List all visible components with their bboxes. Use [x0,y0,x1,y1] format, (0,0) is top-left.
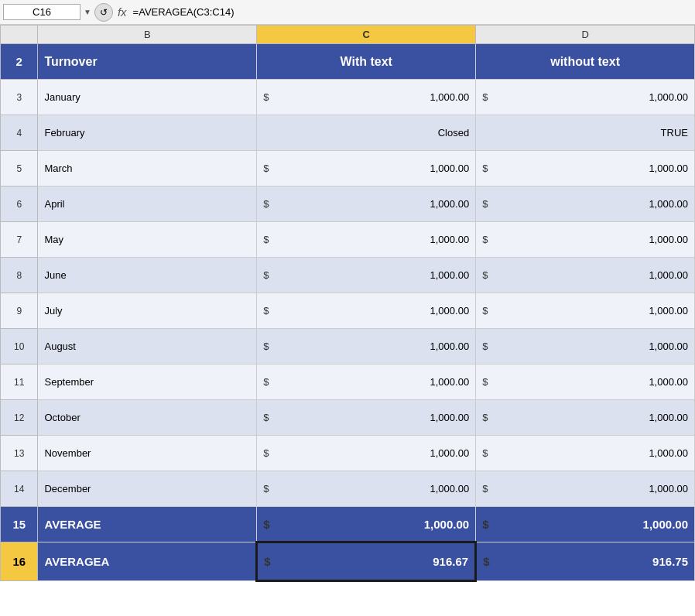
cell-d5[interactable]: $1,000.00 [476,151,695,187]
row-num-15: 15 [1,507,38,542]
cell-c12[interactable]: $1,000.00 [257,400,476,436]
cell-c8[interactable]: $1,000.00 [257,258,476,293]
table-row: 7 May $1,000.00 $1,000.00 [1,222,695,258]
cell-b5[interactable]: March [38,151,257,187]
table-row: 3 January $ 1,000.00 $ 1,000.00 [1,80,695,115]
row-num-12: 12 [1,400,38,436]
cell-b6[interactable]: April [38,187,257,222]
table-row: 8 June $1,000.00 $1,000.00 [1,258,695,293]
col-c-header[interactable]: C [257,26,476,44]
row-num-14: 14 [1,471,38,507]
cell-b13[interactable]: November [38,436,257,471]
cell-d14[interactable]: $1,000.00 [476,471,695,507]
cell-c9[interactable]: $1,000.00 [257,293,476,329]
fx-label: fx [118,5,127,19]
column-header-row: B C D [1,26,695,44]
table-row: 10 August $1,000.00 $1,000.00 [1,329,695,364]
table-row: 12 October $1,000.00 $1,000.00 [1,400,695,436]
cell-c2[interactable]: With text [257,44,476,80]
row-num-13: 13 [1,436,38,471]
cell-d10[interactable]: $1,000.00 [476,329,695,364]
cell-d11[interactable]: $1,000.00 [476,364,695,400]
table-row: 13 November $1,000.00 $1,000.00 [1,436,695,471]
table-row: 2 Turnover With text without text [1,44,695,80]
cell-b8[interactable]: June [38,258,257,293]
cell-c6[interactable]: $1,000.00 [257,187,476,222]
table-row: 9 July $1,000.00 $1,000.00 [1,293,695,329]
table-row: 16 AVERAGEA $ 916.67 $ 916.75 [1,542,695,581]
row-num-16: 16 [1,542,38,581]
cell-c11[interactable]: $1,000.00 [257,364,476,400]
cell-d9[interactable]: $1,000.00 [476,293,695,329]
cell-d6[interactable]: $1,000.00 [476,187,695,222]
formula-input[interactable]: =AVERAGEA(C3:C14) [133,6,692,18]
cell-b14[interactable]: December [38,471,257,507]
row-num-4: 4 [1,115,38,151]
cell-d15[interactable]: $ 1,000.00 [476,507,695,542]
dropdown-arrow-icon[interactable]: ▼ [84,8,91,16]
col-b-header[interactable]: B [38,26,257,44]
row-num-6: 6 [1,187,38,222]
cell-c16[interactable]: $ 916.67 [257,542,476,581]
col-d-header[interactable]: D [476,26,695,44]
row-num-10: 10 [1,329,38,364]
table-row: 14 December $1,000.00 $1,000.00 [1,471,695,507]
row-num-8: 8 [1,258,38,293]
cell-d3[interactable]: $ 1,000.00 [476,80,695,115]
formula-bar: C16 ▼ ↺ fx =AVERAGEA(C3:C14) [0,0,695,25]
table-row: 6 April $1,000.00 $1,000.00 [1,187,695,222]
cell-b10[interactable]: August [38,329,257,364]
cell-d13[interactable]: $1,000.00 [476,436,695,471]
table-row: 5 March $1,000.00 $1,000.00 [1,151,695,187]
cell-d7[interactable]: $1,000.00 [476,222,695,258]
corner-cell [1,26,38,44]
refresh-button[interactable]: ↺ [94,3,113,22]
cell-d4[interactable]: TRUE [476,115,695,151]
row-num-2: 2 [1,44,38,80]
cell-d8[interactable]: $1,000.00 [476,258,695,293]
table-row: 15 AVERAGE $ 1,000.00 $ 1,000.00 [1,507,695,542]
cell-c10[interactable]: $1,000.00 [257,329,476,364]
cell-b4[interactable]: February [38,115,257,151]
cell-c4[interactable]: Closed [257,115,476,151]
cell-c7[interactable]: $1,000.00 [257,222,476,258]
cell-d2[interactable]: without text [476,44,695,80]
row-num-11: 11 [1,364,38,400]
table-row: 4 February Closed TRUE [1,115,695,151]
row-num-9: 9 [1,293,38,329]
cell-b7[interactable]: May [38,222,257,258]
cell-b11[interactable]: September [38,364,257,400]
cell-d12[interactable]: $1,000.00 [476,400,695,436]
cell-c3[interactable]: $ 1,000.00 [257,80,476,115]
spreadsheet: B C D 2 Turnover With text without text … [0,25,695,582]
cell-reference-box[interactable]: C16 [3,4,80,20]
cell-c5[interactable]: $1,000.00 [257,151,476,187]
cell-b12[interactable]: October [38,400,257,436]
cell-c14[interactable]: $1,000.00 [257,471,476,507]
cell-b2[interactable]: Turnover [38,44,257,80]
table-row: 11 September $1,000.00 $1,000.00 [1,364,695,400]
cell-c13[interactable]: $1,000.00 [257,436,476,471]
cell-c15[interactable]: $ 1,000.00 [257,507,476,542]
cell-b3[interactable]: January [38,80,257,115]
row-num-3: 3 [1,80,38,115]
row-num-7: 7 [1,222,38,258]
cell-d16[interactable]: $ 916.75 [476,542,695,581]
cell-b16[interactable]: AVERAGEA [38,542,257,581]
cell-b15[interactable]: AVERAGE [38,507,257,542]
row-num-5: 5 [1,151,38,187]
cell-b9[interactable]: July [38,293,257,329]
